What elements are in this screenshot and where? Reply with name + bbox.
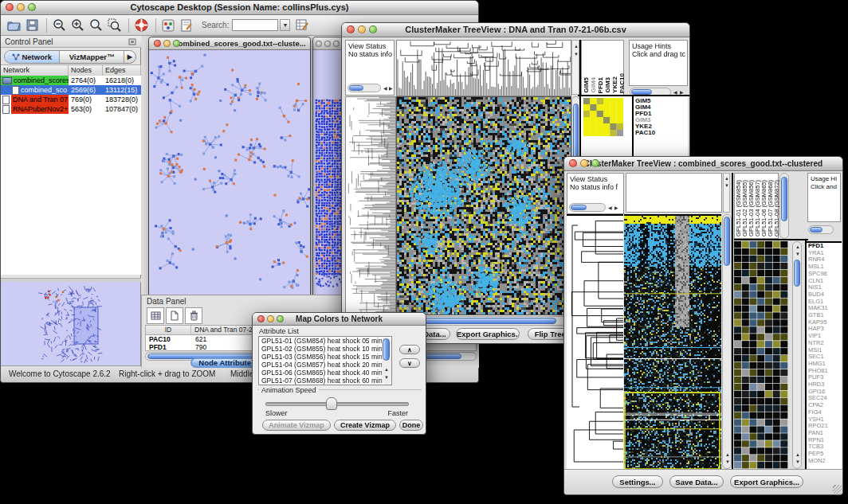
scroll-up-icon[interactable]: ▲ [574,44,579,49]
scrollbar-thumb[interactable] [349,85,363,91]
save-icon[interactable] [24,18,40,33]
column-nodes[interactable]: Nodes [69,65,103,76]
plugins-icon[interactable] [160,18,176,33]
minimize-icon[interactable] [580,159,588,167]
minimize-icon[interactable] [324,41,331,47]
column-edges[interactable]: Edges [103,65,141,76]
zoom-window-icon[interactable] [173,40,180,47]
heatmap-vscrollbar[interactable]: ▲ ▼ [722,214,732,469]
resize-grip[interactable] [833,485,842,494]
window-controls[interactable] [154,40,180,47]
dendrogram-scroll-strip[interactable]: ▲ ▼ [571,40,579,95]
scroll-down-icon[interactable]: ▼ [795,252,800,256]
search-dropdown-icon[interactable]: ▼ [280,19,290,31]
speed-slider-thumb[interactable] [326,397,337,410]
speed-slider-track[interactable] [265,402,409,406]
usage-hints-hscrollbar[interactable] [808,225,834,234]
inactive-titlebar[interactable] [313,37,342,50]
move-up-button[interactable]: ∧ [399,345,420,354]
scroll-down-icon[interactable]: ▼ [384,375,389,380]
column-label[interactable]: PAC10 [618,73,626,93]
close-icon[interactable] [6,3,14,11]
zoom-window-icon[interactable] [369,25,377,33]
scroll-right-icon[interactable]: ▶ [389,86,393,91]
column-label[interactable]: GIM4 [590,77,597,93]
network-window-titlebar[interactable]: combined_scores_good.txt--cluste... [149,37,310,50]
zoom-heatmap-canvas[interactable] [734,241,788,469]
window-controls[interactable] [6,3,36,11]
scroll-up-icon[interactable]: ▲ [795,452,800,457]
scrollbar-thumb[interactable] [571,205,587,210]
view-status-hscrollbar[interactable] [569,203,606,212]
scrollbar-thumb[interactable] [794,260,800,287]
zoom-heatmap-vscrollbar[interactable]: ▲ ▼ ▲ ▼ [792,241,802,469]
scrollbar-thumb[interactable] [383,338,390,361]
column-label[interactable]: PFD1 [597,77,604,93]
zoom-in-icon[interactable] [69,18,85,33]
scroll-up-icon[interactable]: ▲ [724,176,729,181]
main-heatmap-canvas[interactable] [396,96,571,315]
attribute-list-item[interactable]: GPL51-03 (GSM856) heat shock 15 min [259,353,391,361]
close-icon[interactable] [154,40,161,47]
column-network[interactable]: Network [1,65,69,76]
scrollbar-thumb[interactable] [781,177,787,221]
tab-network[interactable]: Network [5,51,60,63]
annotations-icon[interactable] [179,18,194,33]
column-label[interactable]: GIM3 [604,77,611,93]
scroll-up-icon[interactable]: ▲ [384,367,389,372]
move-down-button[interactable]: ∨ [399,358,420,368]
scroll-left-icon[interactable]: ◀ [383,86,387,91]
scroll-right-icon[interactable]: ▶ [614,205,618,210]
treeview2-titlebar[interactable]: ClusterMaker TreeView : combined_scores_… [564,157,842,171]
window-controls[interactable] [257,315,284,322]
scrollbar-thumb[interactable] [724,217,730,266]
attribute-list[interactable]: GPL51-01 (GSM854) heat shock 05 minGPL51… [258,336,392,385]
zoom-out-icon[interactable] [51,18,67,33]
attribute-list-vscrollbar[interactable]: ▲ ▼ [382,337,391,385]
search-input[interactable] [232,19,278,31]
scrollbar-thumb[interactable] [810,227,822,232]
save-data-button[interactable]: Save Data... [669,475,724,488]
main-titlebar[interactable]: Cytoscape Desktop (Session Name: collins… [1,1,478,15]
gene-label[interactable]: MON2 [807,458,842,465]
zoom-window-icon[interactable] [28,3,36,11]
minimize-icon[interactable] [17,3,25,11]
minimize-icon[interactable] [358,25,366,33]
new-attribute-button[interactable] [166,307,183,324]
network-canvas[interactable] [149,50,310,296]
attribute-list-item[interactable]: GPL51-06 (GSM865) heat shock 40 min [259,369,391,377]
minimize-icon[interactable] [163,40,171,47]
window-controls[interactable] [569,159,599,167]
scroll-down-icon[interactable]: ▼ [574,52,579,57]
attribute-list-item[interactable]: GPL51-02 (GSM855) heat shock 10 min [259,345,391,353]
dendrogram-scroll-strip[interactable]: ▲ ▼ [723,173,730,213]
scroll-up-icon[interactable]: ▲ [795,244,800,249]
minimize-icon[interactable] [267,315,274,322]
open-folder-icon[interactable] [6,18,22,33]
network-window-background[interactable] [312,37,343,296]
help-ring-icon[interactable] [133,18,149,33]
scroll-down-icon[interactable]: ▼ [725,459,730,464]
summary-heatmap-canvas[interactable] [583,98,623,136]
column-label[interactable]: YKE2 [611,76,618,93]
birdseye-view-canvas[interactable] [1,282,140,366]
settings-button[interactable]: Settings... [612,475,663,488]
grid-network-canvas[interactable] [313,50,342,296]
scroll-left-icon[interactable]: ◀ [608,205,612,210]
treeview1-titlebar[interactable]: ClusterMaker TreeView : DNA and Tran 07-… [342,23,689,37]
export-graphics-button[interactable]: Export Graphics... [456,328,520,340]
tab-vizmapper[interactable]: VizMapper™ [60,51,124,63]
gene-label[interactable]: PAC10 [634,130,688,136]
zoom-fit-icon[interactable] [88,18,104,33]
zoom-window-icon[interactable] [591,159,599,167]
column-labels-vscrollbar[interactable] [779,173,789,239]
zoom-window-icon[interactable] [333,41,340,47]
attribute-list-item[interactable]: GPL51-01 (GSM854) heat shock 05 min [259,337,391,345]
close-icon[interactable] [316,41,322,47]
create-vizmap-button[interactable]: Create Vizmap [334,420,396,431]
select-attributes-button[interactable] [147,307,164,324]
scrollbar-thumb[interactable] [631,89,652,95]
column-label[interactable]: GIM5 [583,77,590,93]
dialog-titlebar[interactable]: Map Colors to Network [253,313,426,326]
attribute-list-item[interactable]: GPL51-04 (GSM857) heat shock 20 min [259,361,391,369]
